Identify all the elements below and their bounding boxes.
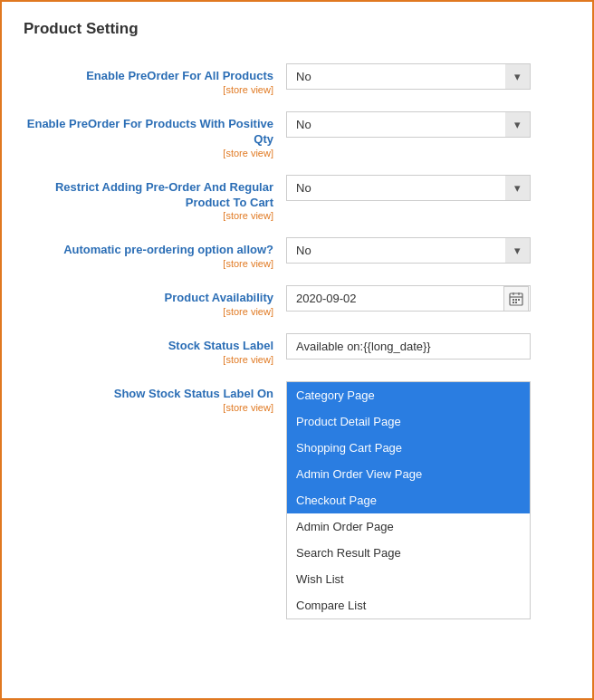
- multiselect-item-3[interactable]: Admin Order View Page: [287, 461, 530, 487]
- multiselect-list-show-stock-status: Category PageProduct Detail PageShopping…: [286, 381, 531, 619]
- date-wrapper-product-availability: [286, 285, 531, 312]
- multiselect-item-7[interactable]: Wish List: [287, 566, 530, 592]
- field-label-auto-preorder: Automatic pre-ordering option allow?: [24, 243, 273, 258]
- select-wrapper-enable-preorder-positive: NoYes: [286, 111, 531, 138]
- field-sublabel-product-availability: [store view]: [24, 306, 273, 317]
- field-label-stock-status-label: Stock Status Label: [24, 339, 273, 354]
- field-sublabel-show-stock-status: [store view]: [24, 402, 273, 413]
- input-col-show-stock-status: Category PageProduct Detail PageShopping…: [286, 381, 570, 619]
- label-col-restrict-adding: Restrict Adding Pre-Order And Regular Pr…: [24, 175, 286, 222]
- product-setting-panel: Product Setting Enable PreOrder For All …: [0, 0, 594, 700]
- field-sublabel-restrict-adding: [store view]: [24, 210, 273, 221]
- select-wrapper-restrict-adding: NoYes: [286, 175, 531, 201]
- select-auto-preorder[interactable]: NoYes: [286, 237, 531, 264]
- multiselect-item-0[interactable]: Category Page: [287, 382, 530, 408]
- form-row-restrict-adding: Restrict Adding Pre-Order And Regular Pr…: [24, 175, 570, 222]
- field-sublabel-enable-preorder-positive: [store view]: [24, 148, 273, 158]
- svg-rect-5: [515, 299, 517, 301]
- input-col-stock-status-label: [286, 333, 570, 360]
- select-wrapper-auto-preorder: NoYes: [286, 237, 531, 264]
- form-row-enable-preorder-all: Enable PreOrder For All Products[store v…: [24, 63, 570, 95]
- input-col-auto-preorder: NoYes: [286, 237, 570, 264]
- label-col-enable-preorder-positive: Enable PreOrder For Products With Positi…: [24, 111, 286, 158]
- form-row-product-availability: Product Availability[store view]: [24, 285, 570, 317]
- multiselect-item-6[interactable]: Search Result Page: [287, 540, 530, 566]
- multiselect-item-4[interactable]: Checkout Page: [287, 487, 530, 513]
- label-col-show-stock-status: Show Stock Status Label On[store view]: [24, 381, 286, 413]
- input-col-enable-preorder-all: NoYes: [286, 63, 570, 90]
- field-label-product-availability: Product Availability: [24, 291, 273, 306]
- svg-rect-7: [513, 302, 514, 303]
- multiselect-item-2[interactable]: Shopping Cart Page: [287, 435, 530, 461]
- label-col-auto-preorder: Automatic pre-ordering option allow?[sto…: [24, 237, 286, 269]
- field-sublabel-enable-preorder-all: [store view]: [24, 84, 273, 95]
- text-input-stock-status-label[interactable]: [286, 333, 531, 360]
- date-input-product-availability[interactable]: [286, 285, 531, 312]
- field-label-restrict-adding: Restrict Adding Pre-Order And Regular Pr…: [24, 180, 273, 211]
- svg-rect-4: [513, 299, 514, 301]
- calendar-icon[interactable]: [503, 286, 529, 312]
- multiselect-item-1[interactable]: Product Detail Page: [287, 408, 530, 435]
- form-row-enable-preorder-positive: Enable PreOrder For Products With Positi…: [24, 111, 570, 158]
- label-col-product-availability: Product Availability[store view]: [24, 285, 286, 317]
- form-row-show-stock-status: Show Stock Status Label On[store view]Ca…: [24, 381, 570, 619]
- page-title: Product Setting: [24, 20, 570, 38]
- multiselect-wrapper-show-stock-status: Category PageProduct Detail PageShopping…: [286, 381, 531, 619]
- multiselect-item-5[interactable]: Admin Order Page: [287, 513, 530, 540]
- select-restrict-adding[interactable]: NoYes: [286, 175, 531, 201]
- svg-rect-6: [518, 299, 520, 301]
- select-wrapper-enable-preorder-all: NoYes: [286, 63, 531, 90]
- label-col-stock-status-label: Stock Status Label[store view]: [24, 333, 286, 365]
- field-label-enable-preorder-positive: Enable PreOrder For Products With Positi…: [24, 117, 273, 148]
- field-sublabel-stock-status-label: [store view]: [24, 354, 273, 365]
- input-col-restrict-adding: NoYes: [286, 175, 570, 201]
- form-row-auto-preorder: Automatic pre-ordering option allow?[sto…: [24, 237, 570, 269]
- label-col-enable-preorder-all: Enable PreOrder For All Products[store v…: [24, 63, 286, 95]
- multiselect-item-8[interactable]: Compare List: [287, 592, 530, 618]
- form-row-stock-status-label: Stock Status Label[store view]: [24, 333, 570, 365]
- input-col-enable-preorder-positive: NoYes: [286, 111, 570, 138]
- field-label-show-stock-status: Show Stock Status Label On: [24, 387, 273, 402]
- input-col-product-availability: [286, 285, 570, 312]
- svg-rect-8: [515, 302, 517, 303]
- select-enable-preorder-positive[interactable]: NoYes: [286, 111, 531, 138]
- field-label-enable-preorder-all: Enable PreOrder For All Products: [24, 69, 273, 84]
- select-enable-preorder-all[interactable]: NoYes: [286, 63, 531, 90]
- field-sublabel-auto-preorder: [store view]: [24, 258, 273, 269]
